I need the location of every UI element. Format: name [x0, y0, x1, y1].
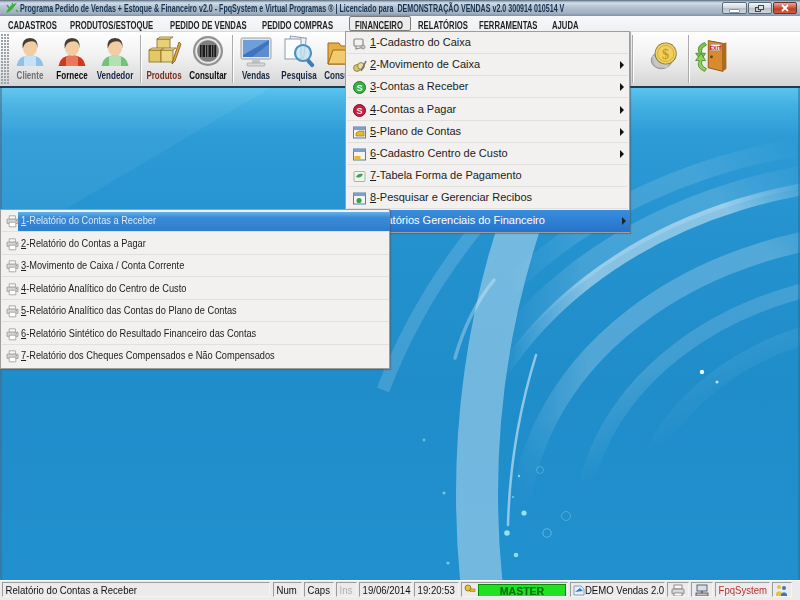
svg-text:EXIT: EXIT — [710, 45, 723, 51]
svg-text:S: S — [356, 106, 362, 116]
svg-text:$: $ — [662, 46, 669, 62]
svg-text:S: S — [356, 83, 362, 93]
